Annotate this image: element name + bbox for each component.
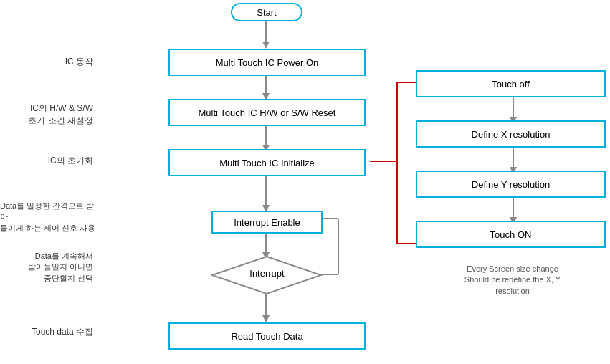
- power-on-shape: Multi Touch IC Power On: [168, 49, 366, 76]
- label-data-interval: Data를 일정한 간격으로 받아들이게 하는 제어 신호 사용: [0, 201, 97, 234]
- svg-marker-1: [262, 42, 270, 49]
- bottom-right-label: Every Screen size changeShould be redefi…: [430, 264, 595, 297]
- svg-marker-11: [262, 315, 270, 322]
- label-ic-init: IC의 초기화: [7, 155, 93, 167]
- touch-on-shape: Touch ON: [416, 221, 606, 248]
- define-y-shape: Define Y resolution: [416, 171, 606, 198]
- label-ic-dongja: IC 동작: [7, 56, 93, 68]
- initialize-shape: Multi Touch IC Initialize: [168, 149, 366, 176]
- diagram-container: Start IC 동작 IC의 H/W & S/W초기 조건 재설정 IC의 초…: [0, 0, 610, 364]
- label-data-continue: Data를 계속해서받아들일지 아니면중단할지 선택: [7, 251, 93, 284]
- label-hw-sw: IC의 H/W & S/W초기 조건 재설정: [7, 102, 93, 127]
- define-x-shape: Define X resolution: [416, 120, 606, 148]
- label-touch-data: Touch data 수집: [7, 326, 93, 338]
- touch-off-shape: Touch off: [416, 70, 606, 97]
- hw-reset-shape: Multi Touch IC H/W or S/W Reset: [168, 99, 366, 126]
- interrupt-enable-shape: Interrupt Enable: [211, 211, 323, 234]
- read-touch-shape: Read Touch Data: [168, 322, 366, 350]
- interrupt-diamond: Interrupt: [211, 255, 323, 295]
- start-label: Start: [257, 7, 276, 18]
- start-shape: Start: [231, 3, 302, 21]
